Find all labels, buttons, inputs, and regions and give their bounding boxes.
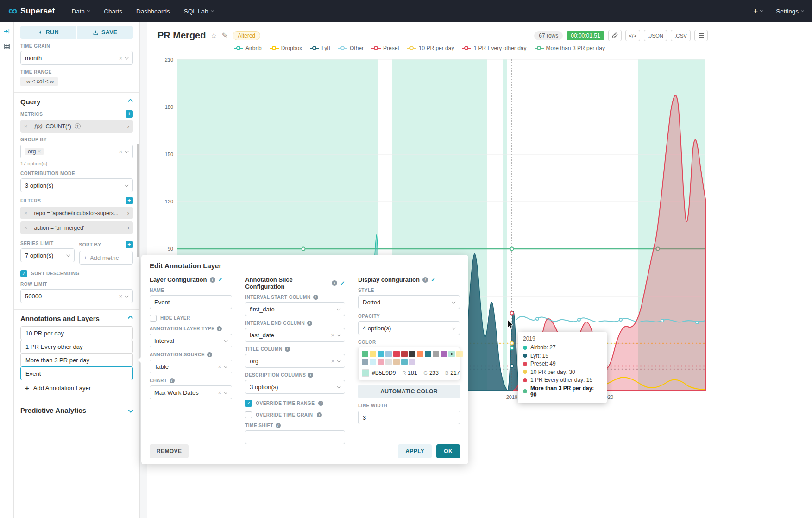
opacity-select[interactable]: 4 option(s) [358,321,460,335]
color-swatch[interactable] [378,359,384,365]
ok-button[interactable]: OK [436,444,460,458]
title-column-select[interactable]: org × [245,354,345,368]
info-icon[interactable]: i [307,321,312,326]
override-time-grain-checkbox-row[interactable]: OVERRIDE TIME GRAIN i [245,411,345,418]
add-filter-button[interactable]: + [126,197,133,204]
color-swatch[interactable] [401,359,408,365]
group-by-chip[interactable]: org × [25,148,44,155]
info-icon[interactable]: i [207,352,212,357]
info-icon[interactable]: i [332,280,337,286]
superset-logo[interactable]: ∞ Superset [8,6,55,16]
contribution-mode-select[interactable]: 3 option(s) [20,178,133,192]
color-swatch[interactable] [385,351,392,357]
time-grain-select[interactable]: month × [20,51,133,65]
color-swatch[interactable] [370,359,376,365]
info-icon[interactable]: i [217,326,222,331]
clear-icon[interactable]: × [119,149,122,155]
remove-filter-icon[interactable]: × [24,225,28,231]
color-hex-value[interactable]: #B5E9D9 [372,370,396,376]
checkbox-checked-icon[interactable]: ✓ [245,400,252,407]
datasource-grid-icon[interactable] [4,43,10,51]
info-icon[interactable]: i [422,277,428,283]
apply-button[interactable]: APPLY [398,444,432,458]
remove-metric-icon[interactable]: × [24,123,28,129]
embed-code-button[interactable]: </> [625,30,641,41]
remove-chip-icon[interactable]: × [38,148,41,155]
group-by-select[interactable]: org × × [20,145,133,158]
filter-chip[interactable]: × repo = 'apache/incubator-supers... › [20,207,133,219]
color-swatch[interactable] [393,351,400,357]
clear-icon[interactable]: × [331,358,334,364]
interval-start-select[interactable]: first_date [245,302,345,316]
metric-chip[interactable]: × ƒ(x) COUNT(*) ? › [20,120,133,133]
chart-menu-button[interactable] [694,30,708,41]
run-button[interactable]: RUN [20,26,77,39]
info-icon[interactable]: i [285,347,290,352]
hide-layer-checkbox-row[interactable]: HIDE LAYER [150,315,232,322]
interval-end-select[interactable]: last_date × [245,328,345,342]
clear-icon[interactable]: × [331,332,334,338]
nav-item-data[interactable]: Data [72,8,90,15]
chart-select[interactable]: Max Work Dates × [150,385,232,399]
annotation-layer-item[interactable]: 10 PR per day [20,326,133,340]
color-swatch[interactable] [409,351,415,357]
nav-item-charts[interactable]: Charts [104,8,122,15]
edit-properties-icon[interactable]: ✎ [222,31,228,40]
remove-filter-icon[interactable]: × [24,210,28,216]
info-icon[interactable]: i [170,378,175,383]
color-swatch[interactable] [401,351,408,357]
add-metric-button[interactable]: + [126,110,133,118]
rgb-r-field[interactable]: R181 [402,370,417,376]
color-swatch[interactable] [417,351,423,357]
color-swatch[interactable] [370,351,376,357]
settings-menu[interactable]: Settings [776,8,804,15]
add-sort-metric-button[interactable]: + [126,241,133,248]
color-swatch[interactable] [393,359,400,365]
info-icon[interactable]: i [308,373,313,378]
clear-icon[interactable]: × [218,364,222,370]
automatic-color-button[interactable]: AUTOMATIC COLOR [358,385,460,398]
info-icon[interactable]: i [318,401,323,406]
checkbox-unchecked-icon[interactable] [150,315,157,322]
clear-icon[interactable]: × [218,390,222,396]
nav-item-sql-lab[interactable]: SQL Lab [184,8,214,15]
save-button[interactable]: SAVE [77,26,133,39]
color-swatch[interactable] [433,351,439,357]
override-time-range-checkbox-row[interactable]: ✓ OVERRIDE TIME RANGE i [245,400,345,407]
clear-icon[interactable]: × [119,293,122,299]
color-swatch[interactable] [409,359,415,365]
share-link-button[interactable] [608,30,622,41]
expand-panel-icon[interactable] [3,28,10,37]
time-range-value[interactable]: -∞ ≤ col < ∞ [20,77,58,86]
favorite-star-icon[interactable]: ☆ [210,31,217,40]
info-icon[interactable]: i [313,295,318,300]
color-swatch[interactable] [362,359,368,365]
checkbox-unchecked-icon[interactable] [245,411,252,418]
sort-descending-checkbox-row[interactable]: ✓ SORT DESCENDING [20,270,133,277]
row-limit-select[interactable]: 50000 × [20,289,133,303]
description-columns-select[interactable]: 3 option(s) [245,380,345,394]
color-swatch[interactable] [362,351,368,357]
clear-icon[interactable]: × [119,55,122,61]
checkbox-checked-icon[interactable]: ✓ [20,270,27,277]
series-limit-select[interactable]: 7 option(s) [20,248,75,262]
annotation-layer-type-select[interactable]: Interval [150,334,232,347]
rgb-g-field[interactable]: G233 [423,370,439,376]
info-icon[interactable]: i [317,412,322,417]
color-swatch[interactable] [441,351,447,357]
export-json-button[interactable]: .JSON [644,30,667,41]
style-select[interactable]: Dotted [358,295,460,309]
rgb-b-field[interactable]: B217 [445,370,460,376]
color-swatch[interactable] [385,359,392,365]
info-icon[interactable]: i [276,423,281,428]
line-width-input[interactable] [358,411,460,424]
annotation-layer-item[interactable]: 1 PR Every other day [20,340,133,354]
time-shift-input[interactable] [245,430,345,444]
remove-button[interactable]: REMOVE [150,444,189,458]
color-swatch[interactable] [378,351,384,357]
new-menu-button[interactable]: + [753,6,763,16]
predictive-section-header[interactable]: Predictive Analytics [20,406,133,414]
color-swatch[interactable] [456,351,463,357]
annotation-layer-item-selected[interactable]: Event [20,366,133,380]
nav-item-dashboards[interactable]: Dashboards [136,8,170,15]
